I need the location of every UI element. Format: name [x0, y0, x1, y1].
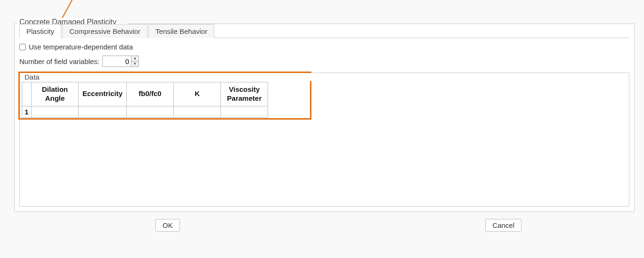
behavior-tabs: Plasticity Compressive Behavior Tensile …	[19, 24, 629, 38]
col-eccentricity: Eccentricity	[79, 82, 127, 106]
cell-viscosity-parameter[interactable]	[221, 106, 268, 117]
cell-fb0-fc0[interactable]	[127, 106, 174, 117]
tab-tensile-behavior[interactable]: Tensile Behavior	[148, 24, 214, 38]
tab-compressive-behavior[interactable]: Compressive Behavior	[62, 24, 147, 38]
cancel-button[interactable]: Cancel	[485, 219, 522, 232]
col-k: K	[174, 82, 221, 106]
spinner-down-icon[interactable]: ▼	[131, 62, 139, 67]
cell-eccentricity[interactable]	[79, 106, 127, 117]
data-group: Data DilationAngle Eccentricity fb0/fc0 …	[19, 73, 629, 207]
field-vars-label: Number of field variables:	[19, 57, 99, 65]
data-group-label: Data	[22, 73, 629, 81]
cell-k[interactable]	[174, 106, 221, 117]
col-dilation-angle: DilationAngle	[32, 82, 79, 106]
data-table[interactable]: DilationAngle Eccentricity fb0/fc0 K Vis…	[22, 82, 268, 118]
material-behavior-fieldset: Concrete Damaged Plasticity Plasticity C…	[14, 24, 635, 212]
col-viscosity-parameter: ViscosityParameter	[221, 82, 268, 106]
field-vars-spinner[interactable]: ▲ ▼	[102, 56, 139, 67]
table-row[interactable]: 1	[22, 106, 268, 117]
table-corner	[22, 82, 32, 106]
cell-dilation-angle[interactable]	[32, 106, 79, 117]
spinner-up-icon[interactable]: ▲	[131, 56, 139, 62]
table-header-row: DilationAngle Eccentricity fb0/fc0 K Vis…	[22, 82, 268, 106]
field-vars-input[interactable]	[103, 56, 131, 66]
row-number: 1	[22, 106, 32, 117]
ok-button[interactable]: OK	[155, 219, 180, 232]
tab-plasticity[interactable]: Plasticity	[19, 24, 61, 38]
col-fb0-fc0: fb0/fc0	[127, 82, 174, 106]
use-temp-data-checkbox[interactable]	[19, 44, 26, 50]
use-temp-data-label: Use temperature-dependent data	[29, 43, 133, 51]
